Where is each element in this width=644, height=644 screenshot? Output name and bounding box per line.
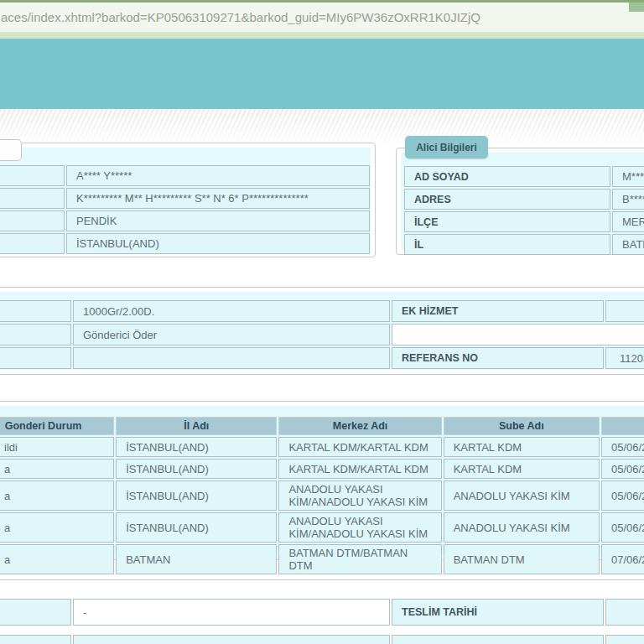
table-row: aBATMANBATMAN DTM/BATMAN DTMBATMAN DTM07… [0,544,644,574]
sender-legend-tab-fragment [0,139,22,161]
browser-corner-fragment [629,3,644,12]
recipient-legend-label: Alici Bilgileri [416,142,477,153]
table-row: - TESLİM TARİHİ [0,599,644,626]
table-cell: KARTAL KDM/KARTAL KDM [278,459,441,479]
recipient-legend-tab: Alici Bilgileri [405,136,488,158]
table-cell: ANADOLU YAKASI KİM/ANADOLU YAKASI KİM [278,480,441,511]
table-cell: BATMAN DTM [444,544,600,574]
header-cell: Gonderi Durum [0,417,114,435]
table-cell: İSTANBUL(AND) [116,437,277,457]
table-cell: KARTAL KDM [444,459,600,479]
header-cell [601,417,644,435]
table-row: aİSTANBUL(AND)ANADOLU YAKASI KİM/ANADOLU… [0,480,644,511]
page: { "browser": { "url_text": "aces/index.x… [0,0,644,644]
table-cell [0,324,71,345]
table-cell: PENDİK [66,210,370,231]
table-cell: AD SOYAD [404,166,610,187]
table-cell: BATMAN [612,234,644,255]
table-cell: MERKEZ [612,211,644,232]
delivery-value-cell: - [73,599,390,626]
table-row: K********* M** H********* S** N* 6* P***… [0,188,370,209]
table-cell: K********* M** H********* S** N* 6* P***… [66,188,370,209]
sender-table: A**** Y*****K********* M** H********* S*… [0,164,371,256]
table-cell: ADRES [404,189,610,210]
page-header-banner [0,39,644,109]
table-row: Gönderici Öder [0,324,644,345]
shipment-table: 1000Gr/2.00D. EK HİZMET Gönderici Öder R… [0,299,644,371]
table-cell [0,210,65,231]
table-cell: A**** Y***** [66,165,370,186]
table-cell [0,599,71,626]
table-row: REFERANS NO 112033 [0,347,644,369]
table-cell [605,635,644,644]
ek-hizmet-label-cell: EK HİZMET [392,300,604,322]
table-cell: ANADOLU YAKASI KİM [444,512,600,543]
table-cell: İSTANBUL(AND) [66,233,370,254]
address-bar-url[interactable]: aces/index.xhtml?barkod=KP05063109271&ba… [1,10,480,24]
table-row: aİSTANBUL(AND)ANADOLU YAKASI KİM/ANADOLU… [0,512,644,543]
table-cell: a [0,544,114,574]
table-cell: İSTANBUL(AND) [116,459,277,479]
events-table: Gonderi Durumİl AdıMerkez AdıSube Adı il… [0,415,644,576]
empty-merged-cell [392,324,644,345]
table-row: ADRESB****** [404,189,644,210]
table-cell: 07/06/20 [601,544,644,574]
table-cell [0,635,71,644]
table-cell: KARTAL KDM/KARTAL KDM [278,437,441,457]
referans-label-cell: REFERANS NO [392,347,604,369]
header-cell: Merkez Adı [278,417,441,435]
table-row: 1000Gr/2.00D. EK HİZMET [0,300,644,322]
table-cell: BATMAN [116,544,277,574]
table-cell [605,599,644,626]
table-row: İSTANBUL(AND) [0,233,370,254]
table-cell [0,233,65,254]
table-cell [73,347,390,369]
table-cell [0,188,65,209]
header-cell: İl Adı [116,417,277,435]
table-cell: 05/06/20 [601,459,644,479]
hatched-background-fade [0,109,644,146]
table-cell: 05/06/20 [601,512,644,543]
table-cell: İSTANBUL(AND) [116,480,277,511]
table-cell [0,165,65,186]
address-bar[interactable]: aces/index.xhtml?barkod=KP05063109271&ba… [0,3,644,32]
table-cell: M***** [612,166,644,187]
payment-cell: Gönderici Öder [73,324,390,345]
table-row: PENDİK [0,210,370,231]
table-cell [392,635,604,644]
table-row: ildiİSTANBUL(AND)KARTAL KDM/KARTAL KDMKA… [0,437,644,457]
referans-value-cell: 112033 [605,347,644,369]
delivery-table: - TESLİM TARİHİ [0,597,644,627]
table-cell [605,300,644,322]
table-cell: a [0,512,114,543]
header-cell: Sube Adı [444,417,600,435]
table-cell: a [0,459,114,479]
table-row: aİSTANBUL(AND)KARTAL KDM/KARTAL KDMKARTA… [0,459,644,479]
table-row: AD SOYADM***** [404,166,644,187]
table-cell: BATMAN DTM/BATMAN DTM [278,544,441,574]
table-row [0,635,644,644]
table-cell [73,635,390,644]
table-cell [0,347,71,369]
table-cell: a [0,480,114,511]
weight-fee-cell: 1000Gr/2.00D. [73,300,390,322]
recipient-table: AD SOYADM*****ADRESB******İLÇEMERKEZİLBA… [402,164,644,257]
table-cell: İLÇE [404,211,610,232]
table-row: A**** Y***** [0,165,370,186]
table-cell: İL [404,234,610,255]
delivery-table-next-row [0,633,644,644]
table-cell [0,300,71,322]
events-table-header: Gonderi Durumİl AdıMerkez AdıSube Adı [0,417,644,435]
table-cell: B****** [612,189,644,210]
chrome-divider-strip [0,32,644,39]
header-row: Gonderi Durumİl AdıMerkez AdıSube Adı [0,417,644,435]
table-row: İLÇEMERKEZ [404,211,644,232]
table-cell: KARTAL KDM [444,437,600,457]
table-cell: ANADOLU YAKASI KİM/ANADOLU YAKASI KİM [278,512,441,543]
table-cell: ildi [0,437,114,457]
table-cell: 05/06/20 [601,480,644,511]
table-cell: ANADOLU YAKASI KİM [444,480,600,511]
table-row: İLBATMAN [404,234,644,255]
table-cell: 05/06/20 [601,437,644,457]
teslim-tarihi-label-cell: TESLİM TARİHİ [392,599,604,626]
